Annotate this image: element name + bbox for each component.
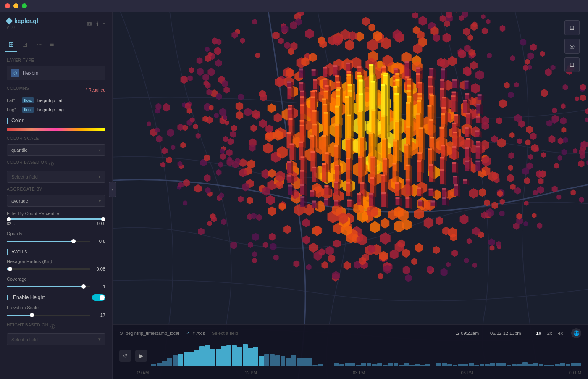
- height-based-on-label: Height Based On: [7, 323, 49, 327]
- lat-field-value[interactable]: begintrip_lat: [37, 98, 63, 103]
- opacity-track[interactable]: [7, 241, 90, 242]
- columns-label: Columns: [7, 86, 29, 91]
- elevation-track[interactable]: [7, 315, 90, 316]
- histogram-bar: [367, 363, 372, 366]
- hexbin-icon: ⬡: [11, 69, 19, 77]
- lng-type-badge: float: [22, 107, 34, 113]
- opacity-thumb[interactable]: [71, 239, 76, 243]
- histogram-bar: [404, 363, 409, 366]
- color-based-on-select[interactable]: Select a field ▾: [7, 171, 105, 183]
- enable-height-row: Enable Height: [13, 294, 105, 301]
- reset-button[interactable]: ↺: [119, 350, 131, 362]
- compass-icon[interactable]: ◎: [564, 39, 580, 54]
- filter-count-thumb-min[interactable]: [7, 217, 11, 221]
- histogram-bar: [205, 345, 210, 367]
- sidebar: kepler.gl v1.0 ✉ ℹ ↑ ⊞ ⊿ ⊹ ≡ Layer Type …: [0, 12, 113, 379]
- coverage-track[interactable]: [7, 286, 90, 287]
- elevation-thumb[interactable]: [30, 313, 34, 317]
- speed-1x-button[interactable]: 1x: [535, 330, 543, 337]
- histogram-bar: [485, 364, 490, 366]
- close-button[interactable]: [5, 3, 10, 8]
- histogram-bar: [528, 364, 533, 367]
- filter-count-max-value: 99.9: [97, 221, 105, 226]
- timeline-y-axis: ✓ Y Axis: [186, 331, 205, 336]
- aggregate-by-dropdown[interactable]: average ▾: [7, 195, 105, 207]
- histogram-bar: [415, 364, 420, 366]
- logo-actions: ✉ ℹ ↑: [87, 21, 105, 27]
- histogram-bar: [544, 365, 549, 366]
- radius-section-divider: Radius: [7, 249, 105, 255]
- maximize-button[interactable]: [22, 3, 27, 8]
- mail-icon[interactable]: ✉: [87, 21, 92, 27]
- app-logo: kepler.gl: [7, 18, 38, 24]
- timeline-label-12pm: 12 PM: [245, 371, 257, 375]
- layer-type-row[interactable]: ⬡ Hexbin: [7, 66, 105, 80]
- histogram-bar: [394, 363, 399, 367]
- coverage-slider-row: 1: [7, 284, 105, 289]
- grid-icon[interactable]: ⊞: [564, 20, 580, 35]
- info-icon[interactable]: ℹ: [96, 21, 98, 27]
- color-based-on-chevron-icon: ▾: [98, 174, 101, 179]
- color-section-label: Color: [11, 118, 24, 124]
- histogram-bar: [329, 366, 334, 367]
- filter-count-min-value: 82...: [7, 221, 15, 226]
- histogram-bar: [178, 354, 183, 367]
- histogram-bar: [345, 363, 350, 366]
- timeline-start-time: .2 09:23am: [456, 331, 479, 336]
- opacity-value: 0.8: [94, 239, 105, 244]
- histogram-bar: [291, 355, 296, 366]
- filter-count-thumb-max[interactable]: [101, 217, 105, 221]
- histogram-bar: [221, 346, 226, 366]
- y-axis-select[interactable]: Select a field: [212, 331, 238, 336]
- height-based-on-chevron-icon: ▾: [98, 337, 101, 342]
- timeline-clock: ⊙ begintrip_timestamp_local: [119, 331, 179, 336]
- sidebar-collapse-button[interactable]: ‹: [109, 182, 116, 197]
- radius-section-label: Radius: [11, 249, 27, 255]
- column-lat-row: Lat* float begintrip_lat: [7, 97, 105, 103]
- filter-count-range: [7, 218, 105, 220]
- histogram-bar: [571, 363, 576, 367]
- hex-radius-thumb[interactable]: [8, 267, 12, 271]
- tab-filters[interactable]: ⊿: [19, 38, 31, 52]
- filter-count-track[interactable]: [7, 218, 105, 220]
- color-based-on-info-icon: ⓘ: [49, 161, 54, 167]
- export-icon[interactable]: ↑: [102, 21, 105, 27]
- tab-interactions[interactable]: ⊹: [33, 38, 45, 52]
- minimize-button[interactable]: [13, 3, 18, 8]
- coverage-thumb[interactable]: [81, 284, 86, 289]
- hex-radius-section: Hexagon Radius (Km) 0.08: [7, 259, 105, 271]
- map-layers-icon[interactable]: ⊡: [564, 57, 580, 72]
- speed-controls: 1x 2x 4x: [535, 330, 565, 337]
- histogram-bar: [253, 347, 258, 367]
- globe-button[interactable]: 🌐: [571, 328, 581, 338]
- hex-radius-track[interactable]: [7, 268, 90, 270]
- speed-2x-button[interactable]: 2x: [546, 330, 554, 337]
- color-gradient-bar[interactable]: [7, 128, 105, 131]
- clock-icon: ⊙: [119, 331, 123, 336]
- tab-map[interactable]: ≡: [47, 38, 57, 52]
- histogram-bar: [566, 364, 571, 367]
- map-area: ⊞ ◎ ⊡: [113, 12, 588, 379]
- histogram-bar: [474, 365, 479, 366]
- color-scale-dropdown[interactable]: quantile ▾: [7, 144, 105, 156]
- histogram-bar: [264, 354, 269, 367]
- histogram-bar: [200, 346, 205, 367]
- hex-radius-value: 0.08: [94, 266, 105, 271]
- tab-layers[interactable]: ⊞: [5, 38, 17, 52]
- coverage-fill: [7, 286, 84, 287]
- radius-divider-bar: [7, 249, 8, 255]
- histogram-bar: [480, 364, 485, 366]
- speed-4x-button[interactable]: 4x: [556, 330, 564, 337]
- height-based-on-select[interactable]: Select a field ▾: [7, 333, 105, 345]
- histogram-bar: [517, 364, 522, 367]
- aggregate-by-label: Aggregate By: [7, 187, 105, 192]
- color-divider-bar: [7, 118, 8, 124]
- tab-bar: ⊞ ⊿ ⊹ ≡: [0, 34, 112, 52]
- filter-count-section: Filter By Count Percentile 82... 99.9: [7, 211, 105, 226]
- lng-field-value[interactable]: begintrip_lng: [37, 107, 64, 112]
- enable-height-toggle[interactable]: [92, 294, 105, 301]
- lng-field-name: Lng*: [7, 107, 18, 112]
- histogram-bar: [318, 364, 323, 367]
- histogram-bar: [226, 345, 231, 366]
- play-button[interactable]: ▶: [135, 350, 147, 362]
